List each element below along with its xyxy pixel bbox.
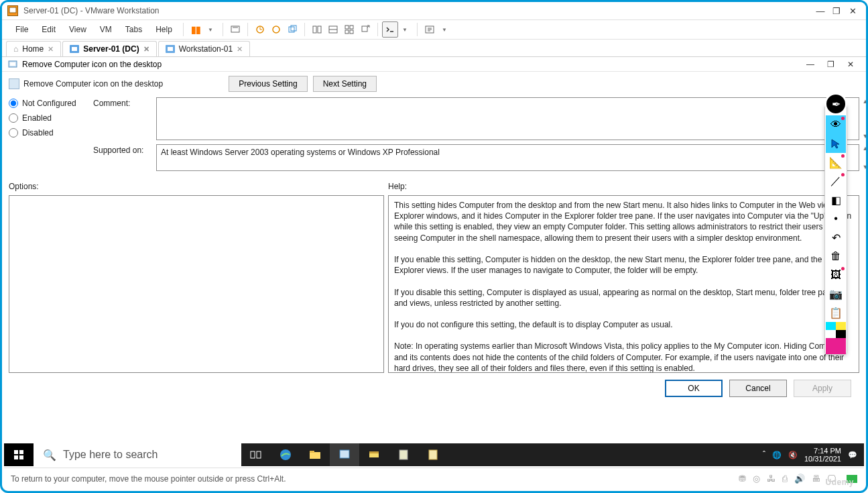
svg-rect-13 [350, 30, 353, 34]
device-network-icon[interactable]: 🖧 [767, 474, 776, 484]
gpo-dialog-minimize[interactable]: ― [800, 60, 820, 69]
annotation-dot-tool[interactable]: • [826, 209, 846, 228]
svg-rect-11 [350, 25, 353, 29]
taskbar-app-3[interactable] [389, 443, 418, 466]
menu-vm[interactable]: VM [93, 22, 119, 37]
console-dropdown[interactable]: ▼ [397, 21, 413, 38]
device-hdd-icon[interactable]: ⛃ [739, 474, 746, 484]
device-printer-icon[interactable]: 🖶 [812, 474, 820, 484]
annotation-pen-icon[interactable]: ✒ [824, 93, 847, 115]
gpo-dialog-maximize[interactable]: ❐ [820, 60, 841, 69]
guest-taskbar: 🔍 Type here to search ˆ 🌐 🔇 7:14 PM 10/3… [4, 443, 864, 466]
svg-rect-25 [310, 452, 320, 459]
annotation-eraser-tool[interactable]: ◧ [826, 190, 846, 209]
comment-textarea[interactable]: ▲▼ [156, 97, 859, 140]
tab-server01-close[interactable]: ✕ [143, 45, 149, 54]
vmware-title-bar: Server-01 (DC) - VMware Workstation ― ❐ … [2, 2, 866, 19]
view-single-button[interactable] [309, 21, 325, 38]
menu-view[interactable]: View [62, 22, 93, 37]
tray-notifications-icon[interactable]: 💬 [848, 451, 857, 459]
radio-enabled[interactable]: Enabled [9, 113, 82, 123]
annotation-line-tool[interactable]: ／ [826, 172, 846, 190]
options-panel [9, 195, 384, 373]
vmware-close-button[interactable]: ✕ [845, 6, 861, 16]
annotation-trash-tool[interactable]: 🗑 [826, 247, 846, 266]
vmware-menu-bar: File Edit View VM Tabs Help ▮▮ ▼ ▼ ▼ [2, 19, 866, 40]
search-placeholder: Type here to search [63, 449, 158, 461]
system-tray: ˆ 🌐 🔇 7:14 PM 10/31/2021 💬 [763, 447, 864, 463]
annotation-board-tool[interactable]: 🖼 [826, 266, 846, 284]
device-cd-icon[interactable]: ◎ [753, 474, 760, 484]
view-console-button[interactable] [341, 21, 357, 38]
console-view-button[interactable] [382, 21, 398, 38]
power-dropdown[interactable]: ▼ [202, 21, 219, 38]
tray-clock[interactable]: 7:14 PM 10/31/2021 [804, 447, 841, 463]
radio-disabled[interactable]: Disabled [9, 128, 82, 138]
suspend-button[interactable]: ▮▮ [188, 21, 204, 38]
menu-file[interactable]: File [9, 22, 35, 37]
cancel-button[interactable]: Cancel [729, 380, 787, 397]
stretch-dropdown[interactable]: ▼ [436, 21, 452, 38]
device-usb-icon[interactable]: ⎙ [782, 474, 788, 484]
taskbar-explorer[interactable] [300, 443, 330, 466]
svg-rect-30 [399, 450, 408, 459]
tab-home[interactable]: ⌂ Home ✕ [6, 41, 61, 56]
svg-rect-5 [289, 27, 294, 32]
annotation-eye-tool[interactable]: 👁 [826, 115, 846, 134]
snapshot-revert-button[interactable] [284, 21, 300, 38]
taskbar-edge[interactable] [271, 443, 300, 466]
tab-workstation01[interactable]: Workstation-01 ✕ [158, 41, 250, 56]
svg-rect-21 [19, 455, 23, 459]
annotation-camera-tool[interactable]: 📷 [826, 284, 846, 303]
help-label: Help: [388, 182, 859, 191]
vmware-minimize-button[interactable]: ― [812, 6, 828, 16]
tab-home-label: Home [22, 44, 44, 54]
tab-server01-label: Server-01 (DC) [83, 44, 139, 54]
tab-server01[interactable]: Server-01 (DC) ✕ [62, 41, 156, 56]
tray-sound-icon[interactable]: 🔇 [788, 451, 798, 459]
taskbar-app-2[interactable] [359, 443, 389, 466]
snapshot-button[interactable] [252, 21, 268, 38]
previous-setting-button[interactable]: Previous Setting [229, 76, 307, 92]
view-unity-button[interactable] [325, 21, 341, 38]
annotation-ruler-tool[interactable]: 📐 [826, 153, 846, 172]
svg-rect-19 [19, 450, 23, 454]
snapshot-manager-button[interactable] [268, 21, 284, 38]
tab-workstation01-label: Workstation-01 [179, 44, 233, 54]
vmware-logo-icon [7, 5, 18, 16]
comment-label: Comment: [93, 97, 147, 140]
view-fullscreen-button[interactable] [357, 21, 373, 38]
annotation-color-swatches[interactable] [826, 322, 846, 354]
annotation-undo-tool[interactable]: ↶ [826, 228, 846, 247]
menu-tabs[interactable]: Tabs [119, 22, 149, 37]
vmware-status-bar: To return to your computer, move the mou… [4, 468, 864, 489]
ok-button[interactable]: OK [665, 380, 723, 397]
next-setting-button[interactable]: Next Setting [313, 76, 377, 92]
svg-rect-14 [362, 26, 367, 32]
svg-rect-2 [231, 26, 239, 32]
help-panel: This setting hides Computer from the des… [388, 195, 859, 373]
svg-rect-23 [257, 451, 261, 458]
svg-rect-18 [14, 450, 18, 454]
menu-help[interactable]: Help [149, 22, 179, 37]
tray-chevron-icon[interactable]: ˆ [763, 450, 765, 459]
annotation-cursor-tool[interactable] [826, 134, 846, 153]
radio-not-configured[interactable]: Not Configured [9, 99, 82, 108]
tab-home-close[interactable]: ✕ [48, 45, 54, 54]
gpo-dialog-close[interactable]: ✕ [841, 60, 861, 69]
taskbar-app-4[interactable] [418, 443, 448, 466]
start-button[interactable] [4, 443, 34, 466]
stretch-button[interactable] [422, 21, 438, 38]
vmware-maximize-button[interactable]: ❐ [828, 6, 845, 16]
annotation-clipboard-tool[interactable]: 📋 [826, 303, 846, 322]
menu-edit[interactable]: Edit [35, 22, 62, 37]
tab-workstation01-close[interactable]: ✕ [237, 45, 243, 54]
svg-rect-29 [369, 451, 379, 453]
taskbar-search[interactable]: 🔍 Type here to search [34, 443, 241, 466]
device-sound-icon[interactable]: 🔊 [794, 474, 805, 484]
send-ctrlaltdel-button[interactable] [227, 21, 243, 38]
tray-network-icon[interactable]: 🌐 [772, 451, 782, 459]
svg-rect-26 [310, 451, 314, 453]
taskbar-app-active[interactable] [330, 443, 359, 466]
task-view-button[interactable] [241, 443, 271, 466]
